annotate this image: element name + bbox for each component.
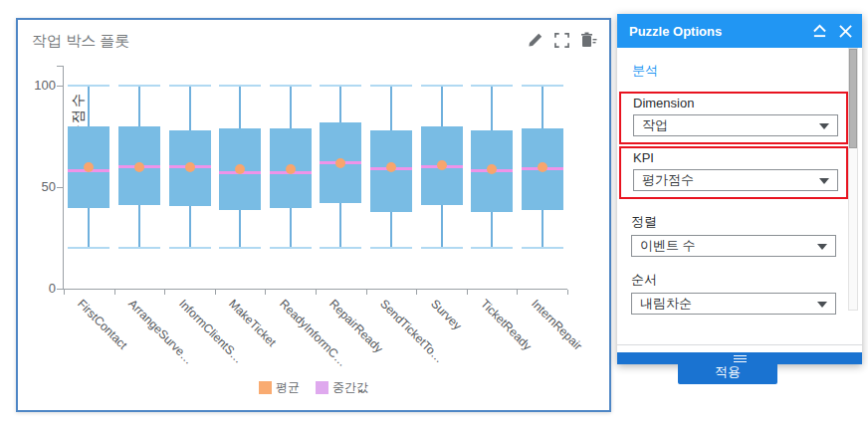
fullscreen-icon[interactable] [554, 33, 569, 48]
order-dropdown[interactable]: 내림차순 [631, 293, 836, 315]
chevron-down-icon [817, 302, 827, 308]
mean-dot [487, 164, 497, 174]
x-axis-label: Survey [428, 297, 464, 332]
chevron-down-icon [819, 178, 829, 184]
kpi-value: 평가점수 [642, 172, 694, 187]
widget-title: 작업 박스 플롯 [32, 32, 129, 51]
x-tick [467, 290, 468, 295]
mean-swatch [259, 381, 272, 394]
x-tick [265, 290, 266, 295]
mean-dot [538, 162, 547, 172]
whisker-cap-high [118, 85, 160, 87]
divider [617, 344, 862, 345]
sort-label: 정렬 [631, 213, 852, 231]
dimension-label: Dimension [633, 96, 846, 110]
x-tick [517, 290, 518, 295]
legend-label: 중간값 [332, 379, 368, 396]
dimension-dropdown[interactable]: 작업 [633, 114, 838, 136]
mean-dot [185, 162, 195, 172]
whisker-cap-high [320, 85, 361, 87]
panel-resize-handle[interactable] [617, 352, 862, 364]
x-tick [366, 290, 367, 295]
collapse-icon[interactable] [812, 24, 827, 38]
whisker-cap-high [68, 85, 109, 87]
x-tick [567, 290, 568, 295]
legend-item-mean[interactable]: 평균 [259, 379, 300, 396]
mean-dot [335, 158, 345, 168]
mean-dot [286, 164, 296, 174]
whisker-cap-low [118, 247, 160, 249]
y-tick-label: 50 [20, 179, 56, 194]
close-icon[interactable] [839, 25, 852, 38]
whisker-cap-low [421, 247, 463, 249]
x-tick [164, 290, 165, 295]
edit-icon[interactable] [528, 32, 543, 48]
sort-value: 이벤트 수 [640, 238, 696, 253]
kpi-label: KPI [633, 150, 846, 165]
whisker-cap-high [219, 85, 261, 87]
x-tick [114, 290, 115, 295]
whisker-cap-high [370, 85, 412, 87]
scrollbar-thumb[interactable] [849, 49, 857, 148]
plot-area: FirstContactArrangeSurve…InformClientS…M… [64, 66, 567, 289]
whisker-cap-high [522, 85, 563, 87]
order-label: 순서 [631, 271, 852, 289]
x-tick [416, 290, 417, 295]
whisker-cap-low [320, 247, 361, 249]
options-body: 분석 Dimension 작업 KPI 평가점수 정렬 이벤트 수 순서 [617, 48, 852, 352]
whisker-cap-low [370, 247, 412, 249]
whisker-cap-low [471, 247, 513, 249]
order-group: 순서 내림차순 [631, 271, 852, 315]
whisker-cap-high [270, 85, 312, 87]
x-axis-label: InternRepair [529, 297, 585, 353]
grip-icon [734, 355, 747, 362]
whisker-cap-low [68, 247, 109, 249]
analysis-section-label: 분석 [632, 62, 852, 80]
order-value: 내림차순 [640, 296, 692, 311]
whisker-cap-high [471, 85, 513, 87]
chart-legend: 평균 중간값 [18, 379, 609, 396]
x-axis-label: FirstContact [75, 297, 130, 352]
sort-dropdown[interactable]: 이벤트 수 [631, 235, 836, 257]
median-swatch [316, 381, 328, 394]
puzzle-options-panel: Puzzle Options 분석 Dimension 작업 KPI 평 [617, 14, 862, 364]
y-tick [57, 289, 64, 290]
x-tick [64, 290, 65, 295]
y-tick [57, 187, 64, 188]
options-title: Puzzle Options [629, 24, 812, 39]
whisker-cap-low [169, 247, 211, 249]
dimension-group: Dimension 작업 [619, 92, 848, 144]
mean-dot [386, 162, 396, 172]
scrollbar[interactable] [848, 48, 858, 311]
x-tick [215, 290, 216, 295]
legend-label: 평균 [276, 379, 300, 396]
chevron-down-icon [819, 123, 829, 129]
whisker-cap-low [522, 247, 563, 249]
whisker-cap-low [270, 247, 312, 249]
y-tick [57, 66, 64, 67]
mean-dot [134, 162, 144, 172]
widget-toolbar [528, 32, 597, 48]
y-tick-label: 100 [20, 78, 56, 93]
y-tick [57, 86, 64, 87]
kpi-group: KPI 평가점수 [619, 146, 848, 199]
options-header: Puzzle Options [617, 14, 862, 48]
whisker-cap-low [219, 247, 261, 249]
chevron-down-icon [817, 244, 827, 250]
sort-group: 정렬 이벤트 수 [631, 213, 852, 257]
delete-icon[interactable] [580, 32, 597, 48]
x-axis-label: TicketReady [478, 297, 535, 353]
whisker-cap-high [169, 85, 211, 87]
x-tick [316, 290, 317, 295]
whisker-cap-high [421, 85, 463, 87]
kpi-dropdown[interactable]: 평가점수 [633, 169, 838, 191]
legend-item-median[interactable]: 중간값 [316, 379, 368, 396]
mean-dot [235, 164, 245, 174]
dimension-value: 작업 [642, 117, 668, 132]
mean-dot [437, 160, 447, 170]
x-axis-label: MakeTicket [226, 297, 279, 349]
boxplot-widget: 작업 박스 플롯 100 50 0 평가점수 FirstContactArran… [16, 18, 611, 412]
y-tick-label: 0 [20, 281, 56, 296]
